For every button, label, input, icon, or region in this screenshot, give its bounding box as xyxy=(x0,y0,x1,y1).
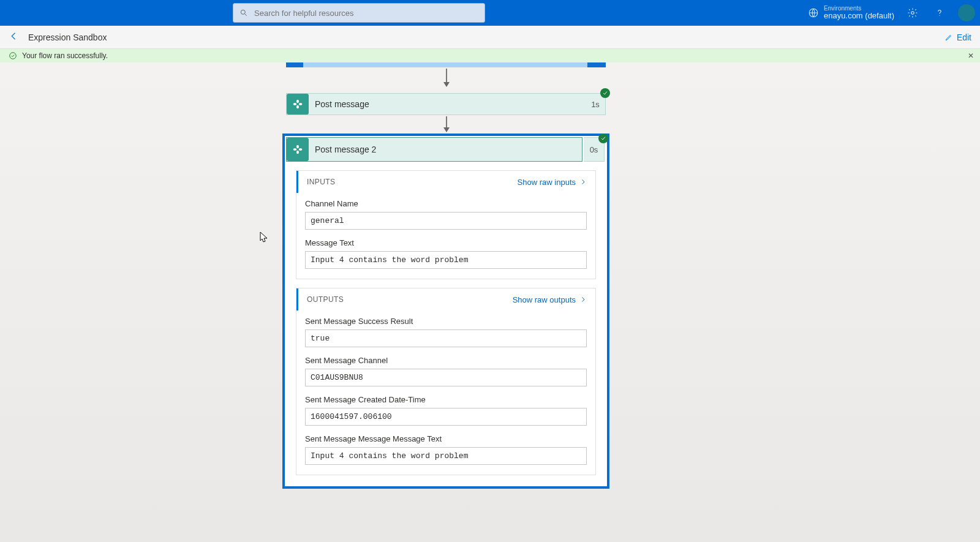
connector-arrow xyxy=(446,116,447,131)
field-value: general xyxy=(305,212,587,230)
svg-point-5 xyxy=(10,53,17,59)
environment-icon xyxy=(808,7,819,18)
field-value: true xyxy=(305,329,587,347)
help-button[interactable] xyxy=(931,4,948,21)
field-label: Sent Message Success Result xyxy=(305,317,587,326)
slack-connector-icon xyxy=(287,138,309,161)
svg-rect-10 xyxy=(293,148,297,151)
success-banner: Your flow ran successfully. ✕ xyxy=(0,49,980,62)
output-field: Sent Message Success Result true xyxy=(305,317,587,347)
connector-arrow xyxy=(446,69,447,86)
cursor-icon xyxy=(260,231,268,243)
banner-close-button[interactable]: ✕ xyxy=(968,51,974,60)
slack-connector-icon xyxy=(287,94,309,115)
field-label: Sent Message Channel xyxy=(305,356,587,365)
input-field: Message Text Input 4 contains the word p… xyxy=(305,238,587,269)
chevron-right-icon xyxy=(579,178,587,186)
inputs-panel: INPUTS Show raw inputs Channel Name gene… xyxy=(296,170,596,279)
input-field: Channel Name general xyxy=(305,199,587,230)
step-title: Post message xyxy=(309,94,586,115)
check-circle-icon xyxy=(9,51,17,60)
page-title: Expression Sandbox xyxy=(28,32,107,42)
back-arrow-icon xyxy=(9,31,20,42)
svg-line-1 xyxy=(245,14,247,16)
previous-step-partial xyxy=(286,62,606,67)
step-header[interactable]: Post message 2 xyxy=(286,137,582,162)
environment-label: Environments xyxy=(824,5,894,12)
svg-point-3 xyxy=(911,12,914,15)
chevron-right-icon xyxy=(579,296,587,303)
status-success-badge xyxy=(598,134,608,143)
svg-point-0 xyxy=(241,10,245,14)
show-raw-outputs-button[interactable]: Show raw outputs xyxy=(513,295,587,304)
search-box[interactable] xyxy=(233,3,485,23)
status-success-badge xyxy=(600,88,610,98)
step-title: Post message 2 xyxy=(309,138,582,161)
show-raw-inputs-button[interactable]: Show raw inputs xyxy=(518,178,587,187)
output-field: Sent Message Message Message Text Input … xyxy=(305,434,587,465)
show-raw-outputs-label: Show raw outputs xyxy=(513,295,576,304)
svg-rect-11 xyxy=(299,148,303,151)
search-input[interactable] xyxy=(254,9,478,18)
svg-rect-12 xyxy=(296,145,299,149)
field-label: Sent Message Message Message Text xyxy=(305,434,587,443)
settings-button[interactable] xyxy=(904,4,921,21)
svg-rect-13 xyxy=(296,151,299,154)
flow-canvas[interactable]: Post message 1s Post message 2 0s INPUTS… xyxy=(0,62,980,542)
back-button[interactable] xyxy=(9,31,20,43)
app-header: Environments enayu.com (default) xyxy=(0,0,980,26)
field-label: Sent Message Created Date-Time xyxy=(305,395,587,404)
svg-rect-7 xyxy=(299,103,303,105)
step-post-message[interactable]: Post message 1s xyxy=(286,93,606,115)
field-value: 1600041597.006100 xyxy=(305,408,587,426)
environment-value: enayu.com (default) xyxy=(824,12,894,20)
step-post-message-2: Post message 2 0s INPUTS Show raw inputs… xyxy=(282,134,609,489)
inputs-title: INPUTS xyxy=(307,178,335,186)
svg-rect-8 xyxy=(296,100,299,104)
search-icon xyxy=(239,9,248,17)
svg-rect-9 xyxy=(296,105,299,109)
gear-icon xyxy=(907,7,918,18)
svg-point-4 xyxy=(939,15,940,16)
edit-button[interactable]: Edit xyxy=(944,32,971,42)
output-field: Sent Message Channel C01AUS9BNU8 xyxy=(305,356,587,386)
outputs-panel: OUTPUTS Show raw outputs Sent Message Su… xyxy=(296,288,596,475)
field-value: Input 4 contains the word problem xyxy=(305,447,587,465)
help-icon xyxy=(934,7,945,18)
outputs-title: OUTPUTS xyxy=(307,295,344,304)
field-value: C01AUS9BNU8 xyxy=(305,369,587,386)
banner-message: Your flow ran successfully. xyxy=(22,51,108,60)
check-icon xyxy=(600,135,606,141)
field-value: Input 4 contains the word problem xyxy=(305,251,587,269)
show-raw-inputs-label: Show raw inputs xyxy=(518,178,576,187)
field-label: Channel Name xyxy=(305,199,587,208)
page-subheader: Expression Sandbox Edit xyxy=(0,26,980,49)
environment-picker[interactable]: Environments enayu.com (default) xyxy=(808,5,894,20)
svg-rect-6 xyxy=(293,103,297,105)
avatar[interactable] xyxy=(958,4,975,21)
edit-label: Edit xyxy=(957,32,971,42)
check-icon xyxy=(602,90,608,96)
pencil-icon xyxy=(944,33,953,42)
field-label: Message Text xyxy=(305,238,587,247)
output-field: Sent Message Created Date-Time 160004159… xyxy=(305,395,587,426)
